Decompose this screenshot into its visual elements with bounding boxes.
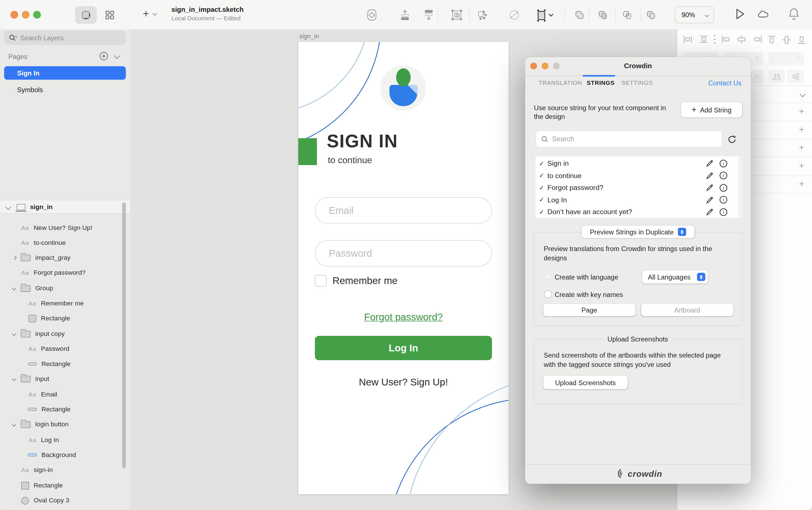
- layer-row[interactable]: Rectangle: [0, 403, 122, 416]
- contact-us-link[interactable]: Contact Us: [708, 79, 742, 87]
- chevron-down-icon[interactable]: [12, 286, 16, 291]
- more-options-icon[interactable]: [713, 34, 717, 44]
- layer-row[interactable]: AaLog In: [0, 433, 122, 446]
- pencil-icon[interactable]: [706, 208, 714, 216]
- align-center-horizontal-icon[interactable]: [736, 35, 747, 44]
- add-style-icon[interactable]: +: [799, 107, 804, 117]
- tab-translation[interactable]: TRANSLATION: [539, 80, 582, 86]
- create-symbol-icon[interactable]: [366, 9, 378, 21]
- align-middle-icon[interactable]: [782, 35, 791, 45]
- add-blur-icon[interactable]: +: [799, 179, 804, 190]
- language-popup[interactable]: All Languages: [642, 270, 708, 284]
- signup-text[interactable]: New User? Sign Up!: [298, 377, 509, 388]
- layer-row[interactable]: Rectangle: [0, 312, 122, 325]
- add-page-icon[interactable]: [99, 52, 108, 61]
- layer-row[interactable]: Rectangle: [0, 358, 122, 370]
- create-with-key-names-radio[interactable]: [544, 290, 552, 298]
- add-string-button[interactable]: + Add String: [681, 102, 742, 118]
- insert-button[interactable]: +: [143, 8, 156, 19]
- pencil-icon[interactable]: [706, 196, 714, 204]
- send-backward-icon[interactable]: [423, 9, 435, 21]
- info-icon[interactable]: i: [719, 159, 727, 168]
- align-top-icon[interactable]: [767, 35, 776, 45]
- pencil-icon[interactable]: [706, 184, 714, 191]
- chevron-down-icon[interactable]: [12, 377, 16, 381]
- section-collapse-icon[interactable]: [800, 91, 806, 97]
- remember-me-checkbox[interactable]: [315, 275, 327, 287]
- artboard-button[interactable]: Artboard: [641, 304, 733, 316]
- artboard-title[interactable]: sign_in: [299, 33, 319, 40]
- boolean-union-icon[interactable]: [573, 9, 585, 21]
- email-field[interactable]: Email: [315, 197, 492, 224]
- crowdin-titlebar[interactable]: Crowdin: [525, 57, 751, 76]
- transform-icon[interactable]: [508, 9, 520, 21]
- upload-screenshots-button[interactable]: Upload Screenshots: [543, 376, 628, 389]
- layer-row[interactable]: Rectangle: [0, 479, 122, 492]
- ungroup-icon[interactable]: [475, 9, 488, 21]
- chevron-right-icon[interactable]: [12, 256, 17, 260]
- edit-shape-icon[interactable]: [535, 9, 554, 21]
- info-icon[interactable]: i: [719, 196, 727, 204]
- minimize-button[interactable]: [22, 11, 30, 19]
- tab-strings[interactable]: STRINGS: [587, 80, 615, 86]
- group-icon[interactable]: [451, 9, 463, 21]
- layer-row[interactable]: AaPassword: [0, 342, 122, 355]
- close-button[interactable]: [10, 11, 18, 19]
- strings-search-input[interactable]: Search: [535, 130, 722, 148]
- layer-row[interactable]: login button: [0, 418, 122, 430]
- refresh-icon[interactable]: [727, 135, 737, 145]
- layer-row[interactable]: AaNew User? Sign Up!: [0, 221, 122, 234]
- layer-row[interactable]: Aasign-in: [0, 464, 122, 476]
- string-row[interactable]: ✓Log In i: [535, 194, 742, 206]
- play-icon[interactable]: [734, 8, 746, 20]
- layer-row[interactable]: Background: [0, 449, 122, 461]
- zoom-control[interactable]: 90%: [675, 6, 714, 23]
- list-scrollbar[interactable]: [738, 156, 742, 218]
- string-row[interactable]: ✓Forgot password? i: [535, 182, 742, 194]
- string-row[interactable]: ✓Don’t have an account yet? i: [535, 206, 742, 218]
- artboard[interactable]: SIGN IN to continue Email Password Remem…: [298, 42, 509, 494]
- info-icon[interactable]: i: [719, 208, 727, 216]
- distribute-vertical-icon[interactable]: [699, 35, 709, 44]
- info-icon[interactable]: i: [719, 171, 727, 179]
- layer-row[interactable]: impact_gray: [0, 251, 122, 264]
- forgot-password-link[interactable]: Forgot password?: [298, 312, 509, 323]
- add-fill-icon[interactable]: +: [799, 125, 804, 135]
- preview-strings-popup[interactable]: Preview Strings in Duplicate: [582, 226, 694, 238]
- search-layers-input[interactable]: Search Layers: [4, 30, 126, 45]
- zoom-window-button[interactable]: [33, 11, 41, 19]
- cloud-icon[interactable]: [757, 8, 770, 21]
- artboard-group-row[interactable]: sign_in: [0, 200, 130, 214]
- layer-row[interactable]: AaForgot password?: [0, 267, 122, 279]
- layer-row[interactable]: Group: [0, 282, 122, 295]
- distribute-horizontal-icon[interactable]: [683, 35, 693, 44]
- add-shadow-icon[interactable]: +: [799, 161, 804, 171]
- bell-icon[interactable]: [788, 8, 800, 20]
- password-field[interactable]: Password: [315, 240, 492, 267]
- sidebar-scrollbar[interactable]: [122, 202, 126, 468]
- page-item-symbols[interactable]: Symbols: [4, 83, 126, 96]
- info-icon[interactable]: i: [719, 184, 727, 192]
- pencil-icon[interactable]: [706, 159, 714, 168]
- tab-settings[interactable]: SETTINGS: [621, 80, 653, 86]
- grid-view-icon[interactable]: [99, 6, 121, 23]
- page-item-sign-in[interactable]: Sign In: [4, 66, 126, 80]
- add-border-icon[interactable]: +: [799, 143, 804, 153]
- layer-row[interactable]: input copy: [0, 328, 122, 340]
- rotation-field[interactable]: °: [768, 52, 804, 65]
- flip-vertical-button[interactable]: [787, 70, 804, 83]
- bring-forward-icon[interactable]: [399, 9, 411, 21]
- boolean-subtract-icon[interactable]: [597, 9, 609, 21]
- align-left-icon[interactable]: [721, 35, 732, 44]
- chevron-down-icon[interactable]: [12, 332, 16, 336]
- string-row[interactable]: ✓Sign in i: [535, 157, 742, 169]
- layer-row[interactable]: Aato-continue: [0, 236, 122, 249]
- pencil-icon[interactable]: [706, 172, 714, 179]
- align-right-icon[interactable]: [751, 35, 763, 44]
- login-button[interactable]: Log In: [315, 336, 492, 360]
- boolean-intersect-icon[interactable]: [621, 9, 633, 21]
- flip-horizontal-button[interactable]: [768, 70, 785, 83]
- layer-row[interactable]: AaRemember me: [0, 297, 122, 309]
- chevron-down-icon[interactable]: [12, 422, 16, 427]
- layer-row[interactable]: AaEmail: [0, 388, 122, 401]
